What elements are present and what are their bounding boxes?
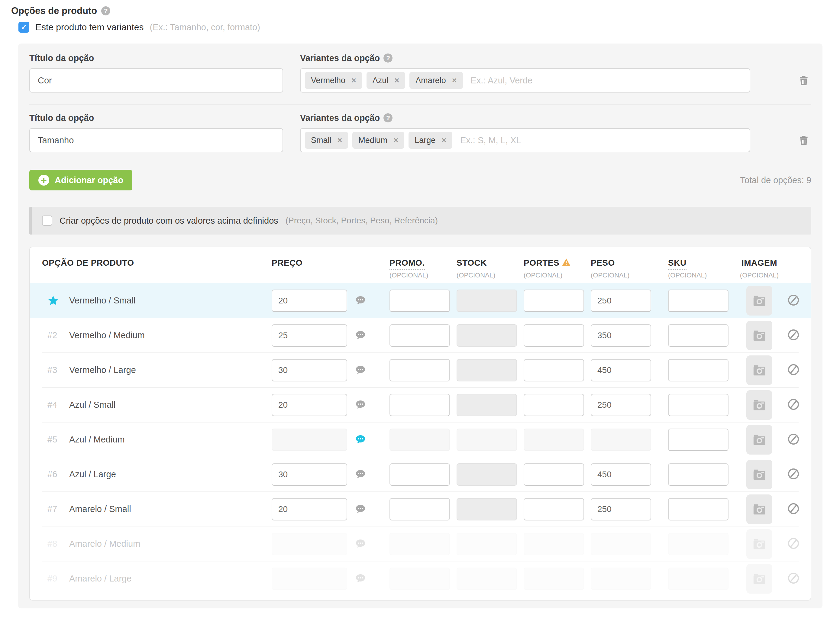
has-variants-checkbox[interactable]: ✓ [18,22,29,33]
variant-name: Amarelo / Medium [69,539,140,549]
bulk-apply-checkbox[interactable] [42,215,52,226]
portes-input[interactable] [523,359,584,381]
remove-tag-icon[interactable]: × [441,136,446,145]
comment-bubble-icon[interactable] [355,295,367,307]
upload-image-button[interactable] [746,529,772,559]
sku-input[interactable] [668,359,729,381]
price-input[interactable] [272,498,347,520]
row-number: #4 [42,400,61,410]
variant-tag-label: Large [415,136,435,145]
peso-cell [591,568,668,590]
upload-image-button[interactable] [746,355,772,385]
remove-tag-icon[interactable]: × [452,76,457,85]
add-option-button[interactable]: + Adicionar opção [29,170,132,191]
upload-image-button[interactable] [746,286,772,316]
delete-option-button[interactable] [789,74,811,93]
comment-bubble-icon[interactable] [355,329,367,341]
portes-input[interactable] [523,290,584,312]
option-title-input[interactable] [29,68,283,93]
comment-bubble-icon[interactable] [355,399,367,411]
promo-input[interactable] [390,394,450,416]
price-cell [272,533,390,555]
option-title-col: Título da opção [29,53,283,93]
sku-input[interactable] [668,428,729,451]
price-input[interactable] [272,394,347,416]
stock-cell [457,498,523,520]
peso-input[interactable] [591,394,651,416]
disable-variant-icon[interactable] [787,537,800,551]
warning-icon[interactable] [559,261,571,267]
delete-option-button[interactable] [789,134,811,152]
variants-tag-input[interactable]: Vermelho×Azul×Amarelo× Ex.: Azul, Verde [300,68,750,93]
stock-input [457,428,517,451]
portes-input[interactable] [523,463,584,486]
disable-variant-icon[interactable] [787,433,800,447]
option-variants-col: Variantes da opção ? Vermelho×Azul×Amare… [300,53,750,93]
comment-bubble-icon[interactable] [355,468,367,480]
portes-input[interactable] [523,324,584,347]
disable-variant-icon[interactable] [787,572,800,586]
upload-image-button[interactable] [746,564,772,594]
disable-variant-icon[interactable] [787,468,800,482]
option-title-input[interactable] [29,128,283,152]
disable-variant-icon[interactable] [787,502,800,516]
disable-variant-icon[interactable] [787,398,800,412]
sku-input[interactable] [668,394,729,416]
price-input[interactable] [272,463,347,486]
promo-input[interactable] [390,498,450,520]
help-icon[interactable]: ? [383,53,393,63]
upload-image-button[interactable] [746,321,772,350]
remove-tag-icon[interactable]: × [352,76,356,85]
variant-name: Vermelho / Medium [69,330,145,340]
price-input[interactable] [272,324,347,347]
portes-input[interactable] [523,498,584,520]
disable-variant-icon[interactable] [787,294,800,308]
peso-input[interactable] [591,359,651,381]
remove-tag-icon[interactable]: × [338,136,342,145]
comment-bubble-icon[interactable] [355,538,367,550]
remove-tag-icon[interactable]: × [394,76,399,85]
col-promo[interactable]: PROMO. [390,258,425,270]
variants-tag-input[interactable]: Small×Medium×Large× Ex.: S, M, L, XL [300,128,750,152]
peso-input[interactable] [591,324,651,347]
remove-tag-icon[interactable]: × [393,136,398,145]
stock-input [457,498,517,520]
disable-variant-cell [784,502,800,516]
upload-image-button[interactable] [746,390,772,420]
price-input[interactable] [272,359,347,381]
upload-image-button[interactable] [746,425,772,454]
promo-input[interactable] [390,290,450,312]
peso-input[interactable] [591,463,651,486]
comment-bubble-icon[interactable] [355,573,367,585]
promo-input[interactable] [390,324,450,347]
comment-bubble-icon[interactable] [355,503,367,515]
peso-input [591,428,651,451]
comment-bubble-icon[interactable] [355,364,367,376]
variant-name-cell: #9Amarelo / Large [42,574,272,584]
upload-image-button[interactable] [746,494,772,524]
help-icon[interactable]: ? [383,113,393,122]
sku-input[interactable] [668,290,729,312]
upload-image-button[interactable] [746,460,772,489]
sku-input [668,568,729,590]
price-input[interactable] [272,290,347,312]
col-sku[interactable]: SKU [668,258,686,270]
peso-input[interactable] [591,498,651,520]
comment-bubble-icon[interactable] [355,434,367,446]
has-variants-toggle-row: ✓ Este produto tem variantes (Ex.: Taman… [18,22,830,33]
portes-input[interactable] [523,394,584,416]
sku-input[interactable] [668,324,729,347]
promo-input[interactable] [390,359,450,381]
image-cell [735,564,784,594]
portes-input [523,428,584,451]
promo-input[interactable] [390,463,450,486]
disable-variant-icon[interactable] [787,329,800,342]
sku-input[interactable] [668,463,729,486]
help-icon[interactable]: ? [101,6,110,15]
peso-input[interactable] [591,290,651,312]
favorite-star-icon[interactable] [42,295,61,306]
disable-variant-icon[interactable] [787,363,800,377]
variant-name: Azul / Large [69,470,116,479]
col-sku-sub: (OPCIONAL) [668,271,735,279]
sku-input[interactable] [668,498,729,520]
